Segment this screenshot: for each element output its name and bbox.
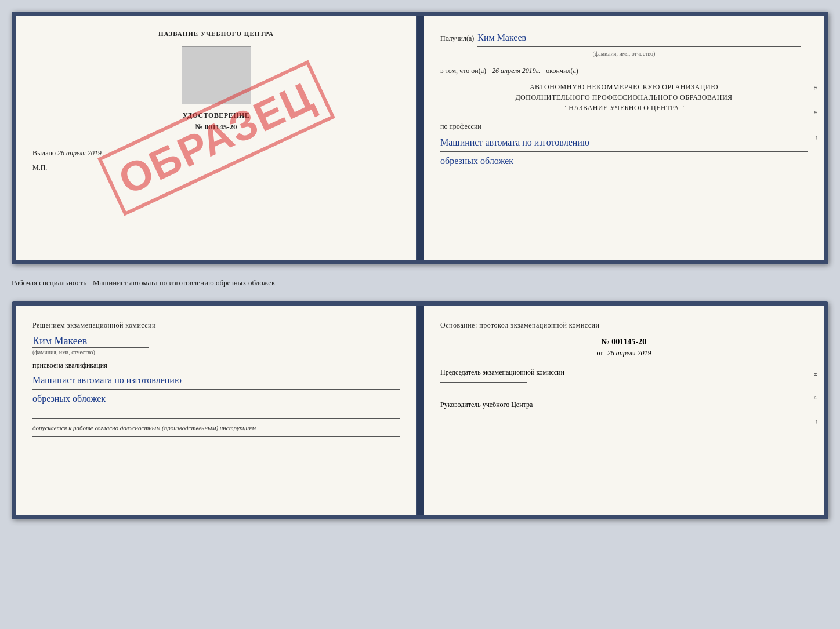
rukovoditel-block: Руководитель учебного Центра xyxy=(440,399,808,420)
cert-org-name: НАЗВАНИЕ УЧЕБНОГО ЦЕНТРА xyxy=(32,30,400,37)
top-doc-left-page: НАЗВАНИЕ УЧЕБНОГО ЦЕНТРА УДОСТОВЕРЕНИЕ №… xyxy=(16,16,417,260)
edge-mark-2: – xyxy=(813,62,820,66)
bottom-edge-mark-5: – xyxy=(813,468,820,472)
bottom-edge-mark-и: и xyxy=(813,373,820,376)
spine-bottom xyxy=(417,306,424,515)
ot-label: от xyxy=(597,349,603,357)
bottom-line-2 xyxy=(32,418,400,419)
bottom-right-edge-marks: – – и а ← – – – xyxy=(813,306,820,515)
mp-label: М.П. xyxy=(32,163,400,172)
vydano-date: 26 апреля 2019 xyxy=(57,149,102,157)
top-doc-right-page: Получил(а) Ким Макеев – (фамилия, имя, о… xyxy=(424,16,824,260)
edge-mark-а: а xyxy=(813,111,820,114)
dopuskaetsya-text: допускается к работе согласно должностны… xyxy=(32,424,400,431)
vydano-label: Выдано xyxy=(32,149,56,157)
specialty-label: Рабочая специальность - Машинист автомат… xyxy=(12,275,828,291)
examinee-name: Ким Макеев xyxy=(32,335,149,348)
bottom-edge-mark-2: – xyxy=(813,350,820,353)
edge-mark-7: – xyxy=(813,235,820,239)
rukovoditel-sign-line xyxy=(440,415,527,415)
dopusk-prefix: допускается к xyxy=(32,424,71,431)
bottom-line-1 xyxy=(32,413,400,413)
vtom-row: в том, что он(а) 26 апреля 2019г. окончи… xyxy=(440,66,808,77)
predsedatel-sign-line xyxy=(440,382,527,383)
bottom-edge-mark-1: – xyxy=(813,326,820,330)
org-line1: АВТОНОМНУЮ НЕКОММЕРЧЕСКУЮ ОРГАНИЗАЦИЮ xyxy=(440,82,808,92)
kvalif-line1: Машинист автомата по изготовлению xyxy=(32,372,400,390)
edge-mark-5: – xyxy=(813,187,820,190)
recipient-name: Ким Макеев xyxy=(477,30,801,47)
bottom-edge-mark-4: – xyxy=(813,445,820,449)
protocol-number: № 001145-20 xyxy=(440,337,808,347)
bottom-edge-mark-6: – xyxy=(813,492,820,495)
dash: – xyxy=(804,33,808,44)
dopusk-underline-text: работе согласно должностным (производств… xyxy=(73,424,256,431)
po-professii-label: по профессии xyxy=(440,121,808,132)
bottom-doc-right-page: Основание: протокол экзаменационной коми… xyxy=(424,306,824,515)
cert-vydano: Выдано 26 апреля 2019 xyxy=(32,149,400,158)
edge-mark-4: – xyxy=(813,162,820,166)
poluchil-label: Получил(а) xyxy=(440,33,474,44)
spine-top xyxy=(417,16,424,260)
poluchil-row: Получил(а) Ким Макеев – xyxy=(440,30,808,47)
vtom-label: в том, что он(а) xyxy=(440,66,486,77)
edge-mark-6: – xyxy=(813,211,820,214)
predsedatel-label: Председатель экзаменационной комиссии xyxy=(440,367,808,377)
protocol-date-value: 26 апреля 2019 xyxy=(607,349,651,357)
edge-mark-и: и xyxy=(813,86,820,90)
cert-number: № 001145-20 xyxy=(32,122,400,132)
bottom-document: Решением экзаменационной комиссии Ким Ма… xyxy=(12,301,828,519)
predsedatel-block: Председатель экзаменационной комиссии xyxy=(440,367,808,388)
edge-mark-3: ← xyxy=(813,134,820,141)
osnovanie-label: Основание: протокол экзаменационной коми… xyxy=(440,320,808,330)
reshen-title: Решением экзаменационной комиссии xyxy=(32,320,400,330)
fio-label-bottom: (фамилия, имя, отчество) xyxy=(32,349,400,355)
org-line2: ДОПОЛНИТЕЛЬНОГО ПРОФЕССИОНАЛЬНОГО ОБРАЗО… xyxy=(440,92,808,103)
org-name-block: АВТОНОМНУЮ НЕКОММЕРЧЕСКУЮ ОРГАНИЗАЦИЮ ДО… xyxy=(440,82,808,113)
kvalif-line2: обрезных обложек xyxy=(32,391,400,408)
protocol-date: от 26 апреля 2019 xyxy=(440,349,808,358)
top-document: НАЗВАНИЕ УЧЕБНОГО ЦЕНТРА УДОСТОВЕРЕНИЕ №… xyxy=(12,12,828,264)
prisvoena-label: присвоена квалификация xyxy=(32,361,400,370)
vtom-date: 26 апреля 2019г. xyxy=(490,66,542,77)
cert-udost-label: УДОСТОВЕРЕНИЕ xyxy=(32,111,400,120)
org-line3: " НАЗВАНИЕ УЧЕБНОГО ЦЕНТРА " xyxy=(440,103,808,113)
okoncil-label: окончил(а) xyxy=(546,66,578,77)
right-edge-marks: – – и а ← – – – – xyxy=(813,16,820,260)
profession-line2: обрезных обложек xyxy=(440,153,808,170)
cert-photo xyxy=(182,46,251,104)
bottom-doc-left-page: Решением экзаменационной комиссии Ким Ма… xyxy=(16,306,417,515)
right-content: Получил(а) Ким Макеев – (фамилия, имя, о… xyxy=(440,30,808,170)
bottom-edge-mark-3: ← xyxy=(813,419,820,425)
bottom-line-3 xyxy=(32,436,400,437)
bottom-edge-mark-а: а xyxy=(813,396,820,399)
rukovoditel-label: Руководитель учебного Центра xyxy=(440,399,808,410)
edge-mark-1: – xyxy=(813,38,820,41)
fio-label-top: (фамилия, имя, отчество) xyxy=(440,49,808,59)
profession-line1: Машинист автомата по изготовлению xyxy=(440,134,808,152)
